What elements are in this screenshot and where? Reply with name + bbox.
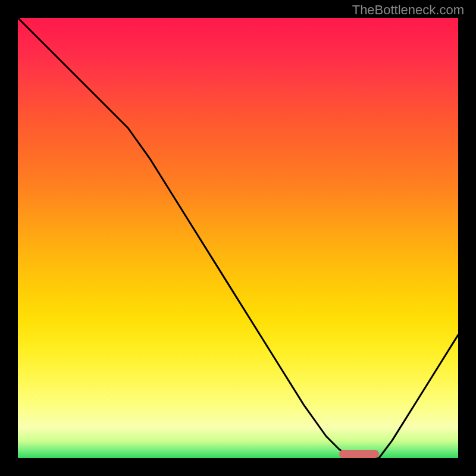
optimal-range-marker xyxy=(339,450,379,458)
chart-curve-svg xyxy=(18,18,458,458)
watermark-text: TheBottleneck.com xyxy=(352,2,464,18)
chart-plot-area xyxy=(18,18,458,458)
bottleneck-curve-path xyxy=(18,18,458,458)
